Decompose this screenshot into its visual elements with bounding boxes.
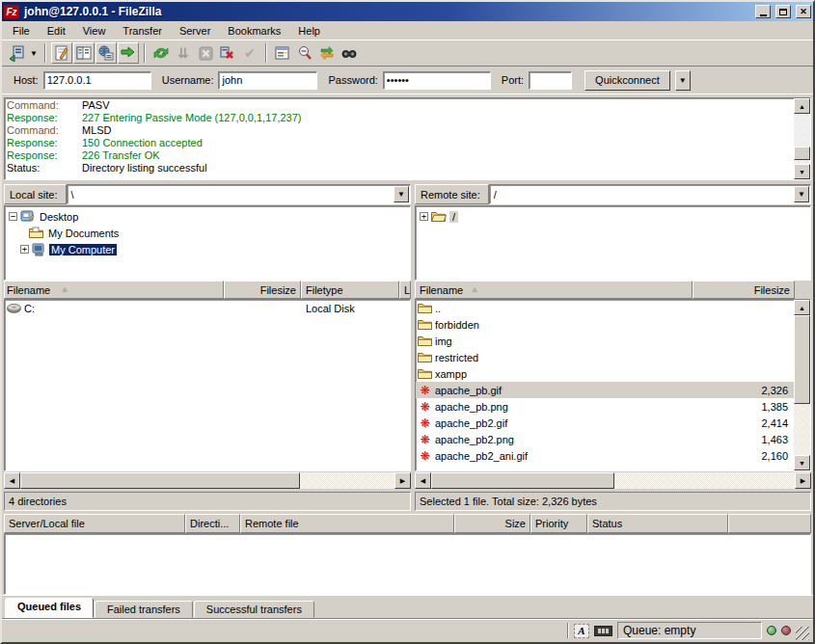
tab-failed-transfers[interactable]: Failed transfers — [95, 601, 193, 618]
tree-item-label[interactable]: / — [449, 211, 458, 223]
local-horizontal-scrollbar[interactable]: ◀ ▶ — [4, 472, 411, 489]
scrollbar-thumb[interactable] — [431, 472, 614, 489]
column-header-filesize[interactable]: Filesize — [224, 281, 301, 299]
scroll-left-button[interactable]: ◀ — [4, 472, 20, 489]
directory-comparison-button[interactable] — [294, 42, 315, 64]
local-site-row: Local site: \ ▼ — [4, 184, 411, 204]
close-button[interactable]: ✕ — [796, 5, 811, 18]
tree-item-label[interactable]: My Computer — [49, 244, 117, 255]
menu-help[interactable]: Help — [289, 23, 329, 39]
process-queue-button[interactable]: ⇊ — [173, 42, 194, 64]
tree-item-label[interactable]: Desktop — [38, 211, 80, 223]
menu-transfer[interactable]: Transfer — [114, 23, 171, 39]
remote-file-row[interactable]: forbidden — [416, 316, 794, 333]
cancel-operation-button[interactable] — [195, 42, 216, 64]
menu-bookmarks[interactable]: Bookmarks — [219, 23, 289, 39]
toggle-remote-tree-button[interactable] — [95, 42, 117, 64]
quickconnect-button[interactable]: Quickconnect — [584, 70, 670, 91]
resize-grip[interactable] — [796, 627, 809, 640]
scroll-down-button[interactable]: ▼ — [794, 164, 810, 179]
column-header-priority[interactable]: Priority — [530, 514, 587, 533]
tree-item-my-documents[interactable]: My Documents — [5, 225, 410, 241]
scroll-up-button[interactable]: ▲ — [794, 300, 810, 315]
column-header-status[interactable]: Status — [587, 514, 728, 533]
log-text: Directory listing successful — [82, 162, 207, 174]
scroll-up-button[interactable]: ▲ — [794, 98, 810, 114]
menu-edit[interactable]: Edit — [39, 23, 74, 39]
tree-item-desktop[interactable]: − Desktop — [5, 208, 410, 225]
column-header-filetype[interactable]: Filetype — [301, 281, 399, 299]
disconnect-button[interactable] — [217, 42, 238, 64]
remote-site-dropdown[interactable]: ▼ — [794, 186, 809, 202]
column-header-direction[interactable]: Directi... — [185, 514, 240, 533]
scroll-right-button[interactable]: ▶ — [394, 472, 411, 489]
remote-file-row[interactable]: restricted — [416, 349, 794, 365]
remote-file-row[interactable]: .. — [416, 300, 794, 316]
log-vertical-scrollbar[interactable]: ▲ ▼ — [794, 98, 810, 179]
filter-button[interactable] — [272, 42, 293, 64]
remote-site-combo[interactable]: / ▼ — [489, 184, 811, 204]
maximize-button[interactable] — [775, 5, 791, 18]
remote-file-row[interactable]: ❋apache_pb2.png 1,463 — [416, 431, 794, 447]
column-header-filesize[interactable]: Filesize — [693, 281, 795, 299]
refresh-button[interactable] — [150, 42, 172, 64]
scroll-right-button[interactable]: ▶ — [795, 472, 811, 489]
port-label: Port: — [502, 74, 524, 86]
remote-file-row[interactable]: ❋apache_pb.png 1,385 — [416, 398, 794, 415]
column-header-size[interactable]: Size — [454, 514, 530, 533]
arrow-down-icon: ▼ — [799, 460, 805, 467]
quickconnect-dropdown[interactable]: ▼ — [675, 70, 691, 91]
menu-server[interactable]: Server — [171, 23, 219, 39]
remote-file-row-selected[interactable]: ❋apache_pb.gif 2,326 — [416, 382, 794, 398]
synchronized-browsing-button[interactable] — [316, 42, 338, 64]
tab-queued-files[interactable]: Queued files — [5, 598, 94, 618]
local-file-row-c-drive[interactable]: C: Local Disk — [5, 300, 410, 316]
reconnect-button[interactable]: ✔ — [239, 42, 260, 64]
tree-item-root[interactable]: + / — [416, 208, 810, 225]
scroll-left-button[interactable]: ◀ — [415, 472, 431, 489]
menu-file[interactable]: File — [4, 23, 39, 39]
remote-vertical-scrollbar[interactable]: ▲ ▼ — [794, 300, 810, 470]
toggle-local-tree-button[interactable] — [73, 42, 95, 64]
expand-icon[interactable]: + — [20, 245, 29, 254]
tab-successful-transfers[interactable]: Successful transfers — [194, 601, 314, 618]
host-input[interactable] — [43, 71, 151, 90]
remote-horizontal-scrollbar[interactable]: ◀ ▶ — [415, 472, 811, 489]
window-title: john@127.0.0.1 - FileZilla — [22, 5, 750, 18]
column-header-server-local-file[interactable]: Server/Local file — [4, 514, 185, 533]
scrollbar-thumb[interactable] — [20, 472, 300, 489]
transfer-type-ascii-icon[interactable]: A — [574, 624, 589, 638]
scroll-down-button[interactable]: ▼ — [794, 455, 810, 470]
file-search-button[interactable] — [339, 42, 360, 64]
expand-icon[interactable]: + — [420, 212, 428, 221]
username-input[interactable] — [218, 71, 317, 90]
column-header-filename[interactable]: Filename ▲ — [415, 281, 693, 299]
status-bar: A Queue: empty — [2, 618, 813, 642]
tree-item-my-computer[interactable]: + My Computer — [5, 241, 410, 257]
remote-file-row[interactable]: img — [416, 333, 794, 349]
send-led-icon — [781, 626, 791, 635]
minimize-button[interactable] — [755, 5, 771, 18]
collapse-icon[interactable]: − — [9, 212, 17, 221]
remote-site-row: Remote site: / ▼ — [415, 184, 811, 204]
toggle-message-log-button[interactable] — [51, 42, 72, 64]
site-manager-button[interactable] — [6, 42, 27, 64]
local-site-dropdown[interactable]: ▼ — [394, 186, 409, 202]
remote-file-row[interactable]: ❋apache_pb2_ani.gif 2,160 — [416, 447, 794, 464]
column-header-filename[interactable]: Filename ▲ — [4, 281, 224, 299]
speed-limit-indicator-icon[interactable] — [594, 626, 612, 636]
site-manager-dropdown[interactable]: ▼ — [28, 42, 40, 64]
column-header-remote-file[interactable]: Remote file — [240, 514, 454, 533]
port-input[interactable] — [529, 71, 572, 90]
remote-file-row[interactable]: xampp — [416, 365, 794, 382]
scrollbar-thumb[interactable] — [794, 147, 810, 160]
toggle-transfer-queue-button[interactable] — [118, 42, 139, 64]
tree-item-label[interactable]: My Documents — [46, 228, 121, 239]
local-site-combo[interactable]: \ ▼ — [67, 184, 411, 204]
scrollbar-thumb[interactable] — [794, 315, 810, 404]
remote-file-row[interactable]: ❋apache_pb2.gif 2,414 — [416, 415, 794, 431]
filezilla-logo-icon: Fz — [4, 5, 19, 18]
password-input[interactable] — [383, 71, 491, 90]
menu-view[interactable]: View — [74, 23, 115, 39]
column-header-last-modified[interactable]: L — [399, 281, 411, 299]
